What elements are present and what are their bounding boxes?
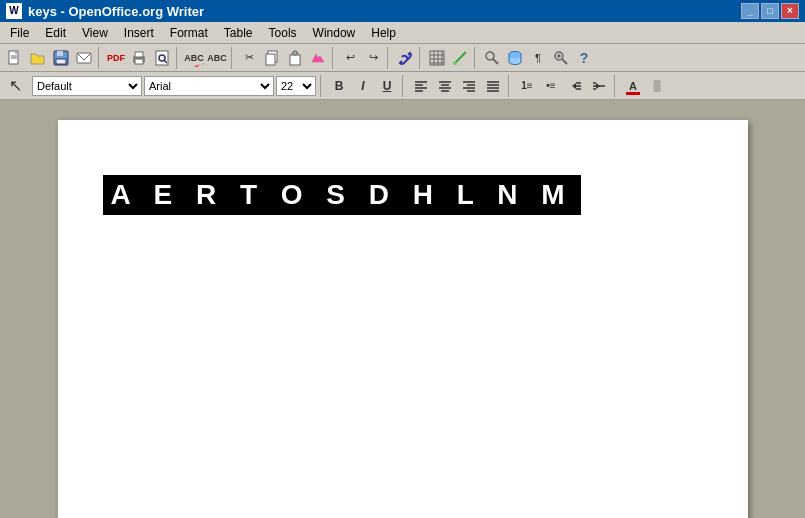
toolbar-separator-2 <box>176 47 180 69</box>
svg-marker-50 <box>572 83 576 89</box>
main-toolbar: PDF ABC ABC ✂ ↩ ↪ ¶ ? <box>0 44 805 72</box>
document-page: A E R T O S D H L N M <box>58 120 748 518</box>
window-controls: _ □ × <box>741 3 799 19</box>
toolbar-separator-1 <box>98 47 102 69</box>
highlight-button[interactable]: ▒ <box>646 75 668 97</box>
formatting-toolbar: ↖ Default Arial 22 B I U 1≡ •≡ A ▒ <box>0 72 805 100</box>
paragraph-style-select[interactable]: Default <box>32 76 142 96</box>
datasources-button[interactable] <box>504 47 526 69</box>
bold-button[interactable]: B <box>328 75 350 97</box>
fmt-sep-1 <box>320 75 324 97</box>
save-button[interactable] <box>50 47 72 69</box>
pdf-button[interactable]: PDF <box>105 47 127 69</box>
fmt-sep-3 <box>508 75 512 97</box>
svg-rect-6 <box>56 59 66 64</box>
decrease-indent-button[interactable] <box>564 75 586 97</box>
fmt-sep-2 <box>402 75 406 97</box>
svg-rect-5 <box>57 51 63 56</box>
cursor-icon: ↖ <box>4 75 26 97</box>
title-bar: W keys - OpenOffice.org Writer _ □ × <box>0 0 805 22</box>
app-icon: W <box>6 3 22 19</box>
menu-edit[interactable]: Edit <box>37 22 74 43</box>
print-button[interactable] <box>128 47 150 69</box>
find-button[interactable] <box>481 47 503 69</box>
fmt-sep-4 <box>614 75 618 97</box>
svg-rect-9 <box>135 52 143 57</box>
menu-tools[interactable]: Tools <box>261 22 305 43</box>
menu-table[interactable]: Table <box>216 22 261 43</box>
menu-help[interactable]: Help <box>363 22 404 43</box>
spellcheck-button[interactable]: ABC <box>183 47 205 69</box>
document-text[interactable]: A E R T O S D H L N M <box>103 175 581 215</box>
open-button[interactable] <box>27 47 49 69</box>
close-button[interactable]: × <box>781 3 799 19</box>
nonprinting-button[interactable]: ¶ <box>527 47 549 69</box>
align-right-button[interactable] <box>458 75 480 97</box>
preview-button[interactable] <box>151 47 173 69</box>
numbering-button[interactable]: 1≡ <box>516 75 538 97</box>
paste-button[interactable] <box>284 47 306 69</box>
underline-button[interactable]: U <box>376 75 398 97</box>
show-draw-button[interactable] <box>449 47 471 69</box>
svg-rect-15 <box>266 54 275 65</box>
document-area: A E R T O S D H L N M <box>0 100 805 518</box>
copy-button[interactable] <box>261 47 283 69</box>
font-name-select[interactable]: Arial <box>144 76 274 96</box>
menu-format[interactable]: Format <box>162 22 216 43</box>
autocorrect-button[interactable]: ABC <box>206 47 228 69</box>
menu-view[interactable]: View <box>74 22 116 43</box>
help-button[interactable]: ? <box>573 47 595 69</box>
font-color-button[interactable]: A <box>622 75 644 97</box>
svg-line-31 <box>562 59 567 64</box>
align-center-button[interactable] <box>434 75 456 97</box>
svg-marker-1 <box>15 51 18 54</box>
toolbar-separator-6 <box>419 47 423 69</box>
italic-button[interactable]: I <box>352 75 374 97</box>
menu-file[interactable]: File <box>2 22 37 43</box>
font-size-select[interactable]: 22 <box>276 76 316 96</box>
menu-window[interactable]: Window <box>305 22 364 43</box>
menu-insert[interactable]: Insert <box>116 22 162 43</box>
toolbar-separator-5 <box>387 47 391 69</box>
cut-button[interactable]: ✂ <box>238 47 260 69</box>
toolbar-separator-7 <box>474 47 478 69</box>
window-title: keys - OpenOffice.org Writer <box>28 4 741 19</box>
zoom-button[interactable] <box>550 47 572 69</box>
svg-rect-17 <box>293 51 297 55</box>
align-left-button[interactable] <box>410 75 432 97</box>
toolbar-separator-4 <box>332 47 336 69</box>
new-button[interactable] <box>4 47 26 69</box>
hyperlink-button[interactable] <box>394 47 416 69</box>
svg-point-26 <box>453 61 457 65</box>
table-button[interactable] <box>426 47 448 69</box>
undo-button[interactable]: ↩ <box>339 47 361 69</box>
increase-indent-button[interactable] <box>588 75 610 97</box>
svg-rect-10 <box>135 59 143 64</box>
redo-button[interactable]: ↪ <box>362 47 384 69</box>
toolbar-separator-3 <box>231 47 235 69</box>
justify-button[interactable] <box>482 75 504 97</box>
svg-rect-16 <box>290 55 300 65</box>
email-button[interactable] <box>73 47 95 69</box>
svg-line-28 <box>493 59 498 64</box>
menu-bar: File Edit View Insert Format Table Tools… <box>0 22 805 44</box>
minimize-button[interactable]: _ <box>741 3 759 19</box>
maximize-button[interactable]: □ <box>761 3 779 19</box>
clone-format-button[interactable] <box>307 47 329 69</box>
bullets-button[interactable]: •≡ <box>540 75 562 97</box>
svg-point-27 <box>486 52 494 60</box>
